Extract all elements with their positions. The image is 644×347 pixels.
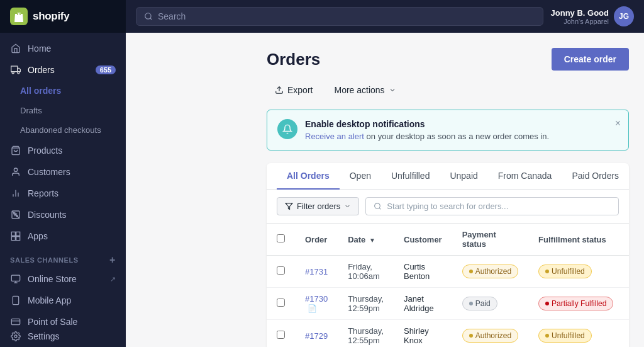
tab-unfulfilled[interactable]: Unfulfilled — [381, 163, 440, 190]
sidebar-item-apps[interactable]: Apps — [0, 225, 126, 247]
create-order-button[interactable]: Create order — [552, 48, 629, 71]
row-total: $329.00 — [623, 256, 629, 288]
order-search-input[interactable] — [387, 202, 611, 211]
settings-icon — [10, 331, 21, 342]
row-fulfillment-status: Unfulfilled — [528, 256, 623, 288]
shopify-label: shopify — [33, 10, 69, 23]
export-button[interactable]: Export — [267, 81, 321, 100]
sidebar-item-drafts[interactable]: Drafts — [0, 101, 126, 120]
user-store: John's Apparel — [551, 18, 609, 25]
sidebar-item-customers[interactable]: Customers — [0, 161, 126, 183]
svg-rect-15 — [16, 232, 20, 236]
payment-dot — [469, 270, 473, 273]
tabs: All OrdersOpenUnfulfilledUnpaidFrom Cana… — [267, 163, 629, 190]
sidebar-item-products[interactable]: Products — [0, 140, 126, 161]
notification-title: Enable desktop notifications — [305, 119, 549, 129]
row-order: #1729 — [295, 320, 338, 348]
date-sort-icon: ▼ — [369, 237, 375, 244]
svg-point-3 — [18, 72, 19, 74]
header-fulfillment-status: Fulfillment status — [528, 224, 623, 256]
row-checkbox-cell — [267, 288, 295, 320]
svg-point-26 — [145, 13, 151, 19]
sidebar-item-orders[interactable]: Orders 655 — [0, 59, 126, 81]
row-checkbox-1[interactable] — [277, 299, 285, 307]
add-sales-channel-btn[interactable]: + — [109, 254, 116, 266]
table-row: #1731 Friday, 10:06am Curtis Benton Auth… — [267, 256, 629, 288]
order-search-icon — [374, 202, 382, 210]
tab-unpaid[interactable]: Unpaid — [440, 163, 487, 190]
filter-icon — [285, 202, 293, 210]
sales-channels-section: SALES CHANNELS + — [0, 247, 126, 268]
svg-line-31 — [379, 208, 380, 209]
payment-badge: Authorized — [462, 265, 518, 278]
tab-from-canada[interactable]: From Canada — [488, 163, 562, 190]
row-date: Friday, 10:06am — [338, 256, 394, 288]
row-date: Thursday, 12:59pm — [338, 288, 394, 320]
orders-table: Order Date ▼ Customer Payment status Ful… — [267, 224, 629, 347]
row-fulfillment-status: Partially Fulfilled — [528, 288, 623, 320]
sidebar-item-all-orders[interactable]: All orders — [0, 81, 126, 101]
row-payment-status: Paid — [452, 288, 528, 320]
sidebar: shopify Home Orders 655 All orders Draft… — [0, 0, 126, 347]
sidebar-item-mobile-app[interactable]: Mobile App — [0, 290, 126, 311]
order-link-2[interactable]: #1729 — [305, 331, 328, 341]
apps-icon — [10, 230, 21, 242]
sidebar-item-reports[interactable]: Reports — [0, 183, 126, 204]
sidebar-item-pos[interactable]: Point of Sale — [0, 311, 126, 326]
header-checkbox-col — [267, 224, 295, 256]
svg-point-5 — [14, 168, 17, 171]
mobile-app-label: Mobile App — [28, 295, 71, 305]
order-search-wrap — [365, 197, 619, 215]
filter-orders-button[interactable]: Filter orders — [277, 197, 359, 215]
online-store-icon — [10, 273, 21, 285]
sidebar-item-home[interactable]: Home — [0, 38, 126, 59]
order-link-1[interactable]: #1730 — [305, 294, 328, 304]
row-payment-status: Authorized — [452, 256, 528, 288]
table-header-row: Order Date ▼ Customer Payment status Ful… — [267, 224, 629, 256]
row-payment-status: Authorized — [452, 320, 528, 348]
orders-card: All OrdersOpenUnfulfilledUnpaidFrom Cana… — [267, 163, 629, 347]
topbar: Jonny B. Good John's Apparel JG — [126, 0, 644, 33]
header-customer: Customer — [394, 224, 452, 256]
products-label: Products — [28, 145, 62, 156]
row-order: #1731 — [295, 256, 338, 288]
page-header: Orders Create order — [267, 48, 629, 71]
sidebar-item-abandoned[interactable]: Abandoned checkouts — [0, 120, 126, 140]
svg-marker-29 — [286, 203, 292, 210]
payment-dot — [469, 334, 473, 338]
search-input[interactable] — [158, 11, 535, 21]
orders-badge: 655 — [96, 65, 116, 74]
abandoned-label: Abandoned checkouts — [20, 125, 101, 135]
tab-all[interactable]: All Orders — [277, 163, 340, 190]
row-checkbox-2[interactable] — [277, 331, 285, 339]
search-bar[interactable] — [136, 7, 543, 26]
select-all-checkbox[interactable] — [277, 234, 285, 242]
notification-link[interactable]: Receive an alert — [305, 132, 364, 141]
user-avatar: JG — [614, 6, 634, 26]
tab-paid-orders[interactable]: Paid Orders — [562, 163, 629, 190]
sidebar-item-settings[interactable]: Settings — [0, 326, 126, 347]
home-label: Home — [28, 43, 51, 54]
notification-text: Receive an alert on your desktop as soon… — [305, 132, 549, 141]
user-menu[interactable]: Jonny B. Good John's Apparel JG — [551, 6, 634, 26]
pos-label: Point of Sale — [28, 317, 77, 326]
orders-icon — [10, 64, 21, 76]
sidebar-item-discounts[interactable]: Discounts — [0, 204, 126, 225]
sidebar-item-online-store[interactable]: Online Store ↗ — [0, 268, 126, 290]
header-order: Order — [295, 224, 338, 256]
row-checkbox-0[interactable] — [277, 266, 285, 275]
order-link-0[interactable]: #1731 — [305, 267, 328, 276]
svg-rect-16 — [11, 237, 15, 241]
user-name: Jonny B. Good — [551, 8, 609, 18]
apps-label: Apps — [28, 231, 48, 241]
online-store-label: Online Store — [28, 274, 77, 284]
reports-icon — [10, 188, 21, 199]
tab-open[interactable]: Open — [340, 163, 381, 190]
header-date[interactable]: Date ▼ — [338, 224, 394, 256]
notification-close-button[interactable]: × — [615, 118, 621, 129]
more-actions-button[interactable]: More actions — [326, 81, 404, 100]
filter-label: Filter orders — [297, 202, 340, 211]
row-total: $329.00 — [623, 320, 629, 348]
fulfillment-dot — [545, 334, 549, 338]
shopify-logo[interactable]: shopify — [10, 8, 69, 25]
